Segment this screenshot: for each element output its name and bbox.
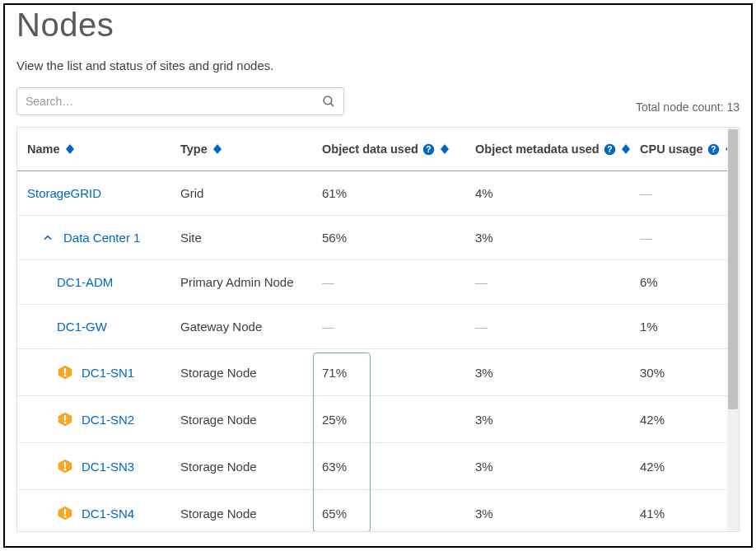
help-icon[interactable]: ? <box>707 143 720 156</box>
svg-marker-3 <box>66 149 74 154</box>
sort-icon[interactable] <box>441 144 449 154</box>
node-name-link[interactable]: DC1-SN3 <box>82 460 134 474</box>
col-header-object-meta[interactable]: Object metadata used ? <box>465 128 630 171</box>
table-row: StorageGRIDGrid61%4%— <box>17 171 727 216</box>
cell-obj: 61% <box>312 171 465 216</box>
cell-meta: 3% <box>465 216 630 260</box>
table-row: DC1-ADMPrimary Admin Node——6% <box>17 260 727 305</box>
node-name-link[interactable]: DC1-SN1 <box>82 366 134 380</box>
cell-cpu: 6% <box>630 260 727 305</box>
cell-type: Site <box>170 216 312 260</box>
alert-icon <box>57 458 73 474</box>
cell-type: Primary Admin Node <box>170 260 312 305</box>
col-header-cpu[interactable]: CPU usage ? <box>630 128 727 171</box>
col-header-type[interactable]: Type <box>170 128 312 171</box>
toolbar: Total node count: 13 <box>16 87 740 115</box>
svg-point-0 <box>324 96 332 105</box>
search-wrap <box>16 87 344 115</box>
node-name-link[interactable]: StorageGRID <box>27 186 101 200</box>
cell-meta: 3% <box>465 349 630 396</box>
cell-obj: 65% <box>312 490 465 533</box>
cell-meta: — <box>465 305 630 349</box>
cell-obj: — <box>312 260 465 305</box>
svg-rect-25 <box>64 462 66 468</box>
total-node-count: Total node count: 13 <box>636 100 740 115</box>
page-subtitle: View the list and status of sites and gr… <box>16 58 740 72</box>
cell-meta: 3% <box>465 443 630 490</box>
cell-cpu: 30% <box>630 349 727 396</box>
svg-rect-19 <box>64 368 66 374</box>
svg-point-20 <box>64 375 67 377</box>
cell-obj: 56% <box>312 216 465 260</box>
cell-obj: 71% <box>312 349 465 396</box>
cell-cpu: 42% <box>630 396 727 443</box>
sort-icon[interactable] <box>213 144 222 154</box>
node-name-link[interactable]: Data Center 1 <box>63 231 140 245</box>
svg-marker-9 <box>441 149 449 154</box>
node-name-link[interactable]: DC1-GW <box>57 320 107 334</box>
svg-point-23 <box>64 422 67 424</box>
alert-icon <box>57 411 73 427</box>
sort-icon[interactable] <box>66 144 74 154</box>
table-row: Data Center 1Site56%3%— <box>17 216 727 260</box>
col-header-object-meta-label: Object metadata used <box>475 142 600 156</box>
search-icon[interactable] <box>321 94 336 109</box>
cell-obj: 25% <box>312 396 465 443</box>
node-name-link[interactable]: DC1-SN2 <box>82 413 134 427</box>
col-header-cpu-label: CPU usage <box>640 142 703 156</box>
cell-type: Storage Node <box>170 349 312 396</box>
table-row: DC1-SN4Storage Node65%3%41% <box>17 490 727 533</box>
svg-line-1 <box>330 103 334 106</box>
cell-type: Grid <box>170 171 312 216</box>
cell-type: Gateway Node <box>170 305 312 349</box>
svg-text:?: ? <box>607 145 612 154</box>
cell-meta: 3% <box>465 396 630 443</box>
node-name-link[interactable]: DC1-ADM <box>57 275 113 289</box>
cell-cpu: 41% <box>630 490 727 533</box>
col-header-name[interactable]: Name <box>17 128 170 171</box>
table-row: DC1-SN3Storage Node63%3%42% <box>17 443 727 490</box>
alert-icon <box>57 505 73 521</box>
page-title: Nodes <box>16 7 740 44</box>
alert-icon <box>57 364 73 381</box>
svg-point-29 <box>64 516 67 518</box>
cell-cpu: 1% <box>630 305 727 349</box>
svg-text:?: ? <box>711 145 716 154</box>
cell-meta: 4% <box>465 171 630 216</box>
cell-cpu: — <box>630 216 727 260</box>
nodes-table: Name Type <box>17 128 727 532</box>
scrollbar-track[interactable] <box>727 128 739 531</box>
page-frame: Nodes View the list and status of sites … <box>3 3 753 548</box>
cell-cpu: — <box>630 171 727 216</box>
nodes-table-container: Name Type <box>16 127 740 532</box>
cell-obj: — <box>312 305 465 349</box>
cell-type: Storage Node <box>170 443 312 490</box>
cell-type: Storage Node <box>170 490 312 533</box>
col-header-type-label: Type <box>180 142 208 156</box>
scrollbar-thumb[interactable] <box>728 129 738 409</box>
svg-marker-5 <box>213 149 222 154</box>
cell-obj: 63% <box>312 443 465 490</box>
col-header-object-data-label: Object data used <box>322 142 418 156</box>
svg-text:?: ? <box>426 145 431 154</box>
help-icon[interactable]: ? <box>422 143 435 156</box>
chevron-up-icon[interactable] <box>42 232 54 244</box>
sort-icon[interactable] <box>622 144 630 154</box>
help-icon[interactable]: ? <box>604 143 616 156</box>
svg-point-26 <box>64 469 67 471</box>
cell-meta: — <box>465 260 630 305</box>
search-input[interactable] <box>16 87 344 115</box>
table-row: DC1-SN2Storage Node25%3%42% <box>17 396 727 443</box>
col-header-name-label: Name <box>27 142 60 156</box>
cell-cpu: 42% <box>630 443 727 490</box>
table-row: DC1-SN1Storage Node71%3%30% <box>17 349 727 396</box>
cell-meta: 3% <box>465 490 630 533</box>
col-header-object-data[interactable]: Object data used ? <box>312 128 465 171</box>
table-row: DC1-GWGateway Node——1% <box>17 305 727 349</box>
node-name-link[interactable]: DC1-SN4 <box>82 507 134 521</box>
svg-rect-22 <box>64 415 66 421</box>
svg-marker-13 <box>622 149 630 154</box>
svg-rect-28 <box>64 509 66 515</box>
cell-type: Storage Node <box>170 396 312 443</box>
